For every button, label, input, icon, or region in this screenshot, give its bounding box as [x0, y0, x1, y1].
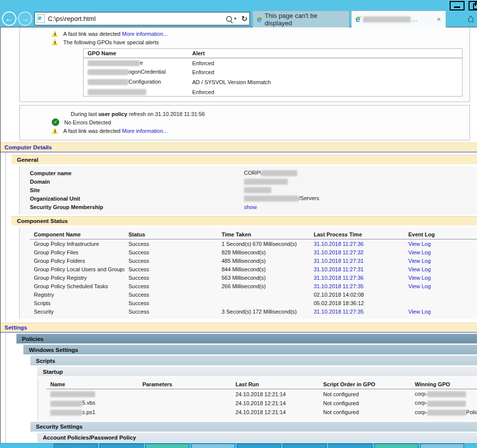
browser-chrome: ← → e C:\ps\report.html ▼ ↻ e This page …: [0, 0, 477, 27]
field-computer-name: Computer name CORP\: [30, 169, 477, 177]
table-row: Group Policy FilesSuccess828 Millisecond…: [30, 248, 477, 256]
bar-scripts[interactable]: Scripts: [30, 355, 477, 365]
last-process-time: 31.10.2018 11:27:36: [310, 273, 404, 282]
more-information-link[interactable]: More information...: [122, 31, 168, 37]
redacted-script-name: [50, 401, 82, 407]
warning-icon: !: [52, 39, 58, 45]
back-arrow-icon: ←: [5, 14, 13, 24]
gp-report-page: ! A fast link was detected More informat…: [0, 27, 477, 443]
bar-security-settings[interactable]: Security Settings: [30, 422, 477, 432]
search-icon[interactable]: [226, 16, 232, 22]
table-row: e Enforced: [84, 58, 462, 68]
last-process-time: 31.10.2018 11:27:36: [310, 239, 404, 248]
address-dropdown-icon[interactable]: ▼: [234, 16, 238, 21]
warning-icon: !: [52, 31, 58, 37]
tab-page-cant-be-displayed[interactable]: e This page can't be displayed: [252, 10, 350, 27]
taskbar-window-button[interactable]: [54, 444, 98, 448]
bar-account-policies-password-policy[interactable]: Account Policies/Password Policy: [37, 433, 477, 443]
col-header: Last Process Time: [310, 230, 404, 239]
section-component-status[interactable]: Component Status: [11, 216, 477, 225]
ie-tab-icon: e: [356, 15, 360, 23]
alert-header: Alert: [188, 49, 462, 58]
taskbar-window-button[interactable]: [237, 444, 281, 448]
alert-row: ! A fast link was detected More informat…: [20, 29, 470, 38]
gpo-alerts-table: GPO Name Alert e Enforced ogonCredential…: [83, 48, 463, 97]
component-status-table: Component Name Status Time Taken Last Pr…: [30, 230, 477, 316]
col-header: Winning GPO: [411, 380, 477, 389]
tab-title-suffix: ...: [412, 15, 417, 23]
minimize-button[interactable]: [450, 1, 465, 10]
computer-policy-alerts-box: ! A fast link was detected More informat…: [19, 27, 470, 102]
table-row: Enforced: [84, 87, 462, 96]
view-log-link[interactable]: View Log: [408, 241, 431, 247]
alert-text: A fast link was detected: [63, 128, 120, 134]
user-policy-box: During last user policy refresh on 31.10…: [19, 105, 470, 140]
table-row: Group Policy Local Users and GroupsSucce…: [30, 265, 477, 273]
more-information-link[interactable]: More information...: [122, 128, 168, 134]
col-header: Script Order in GPO: [319, 380, 411, 389]
forward-arrow-icon: →: [21, 14, 29, 24]
view-log-link[interactable]: View Log: [408, 275, 431, 281]
bar-windows-settings[interactable]: Windows Settings: [23, 344, 477, 354]
taskbar-window-button[interactable]: [145, 444, 189, 448]
redacted-value: [244, 196, 299, 202]
taskbar-window-button[interactable]: [100, 444, 143, 448]
restore-button[interactable]: [469, 1, 477, 10]
table-row: 24.10.2018 12:21:14 Not configured corp-: [46, 389, 477, 399]
field-domain: Domain: [30, 177, 477, 186]
table-row: s.ps1 24.10.2018 12:21:14 Not configured…: [46, 408, 477, 417]
ie-tab-icon: e: [257, 15, 261, 23]
view-log-link[interactable]: View Log: [408, 309, 431, 315]
address-bar[interactable]: e C:\ps\report.html ▼ ↻: [34, 12, 250, 25]
table-row: SecuritySuccess3 Second(s) 172 Milliseco…: [30, 307, 477, 316]
last-process-time: 31.10.2018 11:27:35: [310, 307, 404, 316]
url-text[interactable]: C:\ps\report.html: [48, 15, 226, 22]
col-header: Name: [46, 380, 138, 389]
show-link[interactable]: show: [244, 204, 257, 210]
view-log-link[interactable]: View Log: [408, 258, 431, 264]
field-security-group-membership: Security Group Membership show: [30, 203, 477, 211]
field-organizational-unit: Organizational Unit /Servers: [30, 194, 477, 203]
bar-policies[interactable]: Policies: [16, 334, 477, 343]
redacted-gpo-name: [88, 60, 140, 66]
col-header: Component Name: [30, 230, 124, 239]
windows-taskbar: [0, 443, 477, 448]
view-log-link[interactable]: View Log: [408, 266, 431, 272]
section-computer-details[interactable]: Computer Details: [0, 142, 477, 152]
taskbar-window-button[interactable]: [283, 444, 327, 448]
redacted-tab-title: [363, 16, 411, 22]
last-process-time: 31.10.2018 11:27:35: [310, 282, 404, 290]
gpo-name-header: GPO Name: [84, 49, 188, 58]
table-row: ScriptsSuccess 05.02.2018 18:36:12: [30, 299, 477, 307]
table-row: 5.vbs 24.10.2018 12:21:14 Not configured…: [46, 398, 477, 407]
status-text: No Errors Detected: [64, 119, 111, 125]
refresh-icon[interactable]: ↻: [241, 15, 247, 22]
view-log-link[interactable]: View Log: [408, 249, 431, 255]
view-log-link[interactable]: View Log: [408, 283, 431, 289]
settings-body: Policies Windows Settings Scripts Startu…: [5, 334, 477, 443]
tab-active-report[interactable]: e ... ×: [351, 10, 446, 27]
computer-details-body: General Computer name CORP\ Domain Site …: [5, 152, 477, 321]
table-row: RegistrySuccess 02.10.2018 14:02:08: [30, 290, 477, 299]
component-status-panel: Component Name Status Time Taken Last Pr…: [19, 227, 477, 319]
redacted-gpo-name: [427, 401, 466, 407]
section-general[interactable]: General: [11, 155, 477, 164]
col-header: Last Run: [232, 380, 319, 389]
back-button[interactable]: ←: [2, 11, 16, 26]
taskbar-window-button[interactable]: [329, 444, 372, 448]
home-icon[interactable]: ⌂: [468, 13, 474, 24]
taskbar-window-button[interactable]: [374, 444, 418, 448]
table-row: Configuration AD / SYSVOL Version Mismat…: [84, 76, 462, 87]
table-row: Group Policy Scheduled TasksSuccess266 M…: [30, 282, 477, 290]
col-header: Parameters: [138, 380, 232, 389]
redacted-value: [244, 179, 288, 185]
taskbar-window-button[interactable]: [420, 444, 464, 448]
tab-close-icon[interactable]: ×: [436, 15, 442, 23]
section-settings[interactable]: Settings: [0, 323, 477, 333]
bar-startup[interactable]: Startup: [37, 366, 477, 376]
forward-button[interactable]: →: [18, 11, 32, 26]
alert-text: The following GPOs have special alerts: [63, 39, 159, 45]
redacted-gpo-name: [88, 69, 128, 75]
taskbar-window-button[interactable]: [191, 444, 235, 448]
success-check-icon: ✓: [52, 118, 59, 126]
